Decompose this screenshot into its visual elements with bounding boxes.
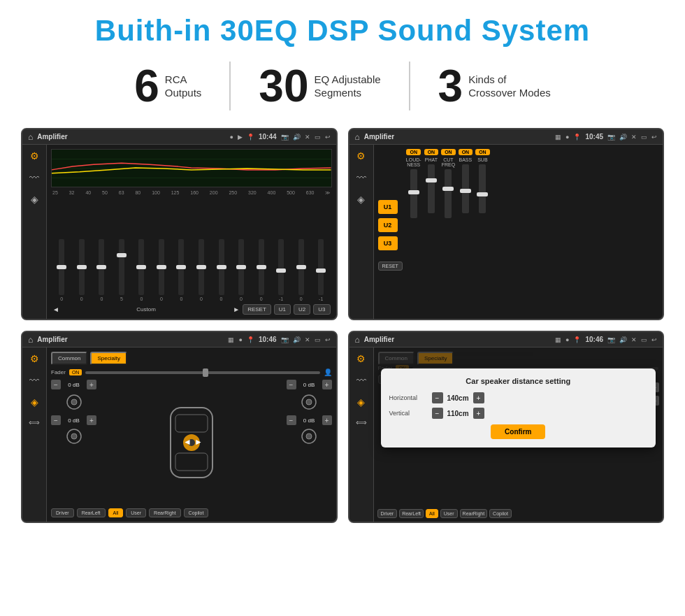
db-plus-bottomright[interactable]: + [322,415,332,425]
dialog-horizontal-plus[interactable]: + [473,392,484,403]
stat-crossover-line1: Kinds of [468,73,551,87]
screen4-copilot-button[interactable]: Copilot [489,509,512,518]
amp-phat-on[interactable]: ON [424,149,439,155]
fader-slider[interactable] [85,371,319,374]
screen2-home-icon[interactable]: ⌂ [355,132,360,142]
amp-presets: U1 U2 U3 RESET [378,149,403,315]
cross-arrows-icon[interactable]: ⟺ [29,418,40,427]
dialog-wave-icon[interactable]: 〰 [356,375,366,386]
amp-bass-on[interactable]: ON [459,149,473,155]
amp-u3-button[interactable]: U3 [378,236,398,250]
cross-tabs: Common Specialty [51,352,332,365]
db-minus-topleft[interactable]: − [51,380,61,389]
amp-loudness-on[interactable]: ON [406,149,421,155]
db-value-bottomleft: 0 dB [63,417,85,424]
cross-rearright-button[interactable]: RearRight [149,508,181,517]
screen3-sidebar: ⚙ 〰 ◈ ⟺ [22,348,47,522]
amp-u1-button[interactable]: U1 [378,200,398,214]
eq-u1-button[interactable]: U1 [274,304,291,315]
eq-reset-button[interactable]: RESET [243,304,271,315]
amp-wave-icon[interactable]: 〰 [356,172,366,183]
db-plus-topright[interactable]: + [322,380,332,389]
screen1-home-icon[interactable]: ⌂ [28,132,33,142]
screen4-tab-specialty: Specialty [417,352,454,365]
page-wrapper: Buith-in 30EQ DSP Sound System 6 RCA Out… [0,0,685,537]
screen4-pin-icon: 📍 [573,336,581,343]
screen4-back-icon[interactable]: ↩ [651,336,657,343]
svg-point-15 [306,399,312,405]
screen4-home-icon[interactable]: ⌂ [355,335,360,345]
screen1-status-bar: ⌂ Amplifier ● ▶ 📍 10:44 📷 🔊 ✕ ▭ ↩ [22,129,336,145]
cross-tab-specialty[interactable]: Specialty [90,352,127,365]
screen3-time: 10:46 [259,336,277,343]
screen4-x-icon[interactable]: ✕ [631,336,637,343]
amp-u2-button[interactable]: U2 [378,218,398,232]
cross-speaker-icon[interactable]: ◈ [31,396,38,408]
db-row-bottomleft: − 0 dB + [51,415,96,425]
stat-rca: 6 RCA Outputs [106,64,229,108]
confirm-button[interactable]: Confirm [491,424,545,439]
eq-next-button[interactable]: ► [233,306,240,313]
screen2-grid-icon: ▦ [555,134,561,141]
screen2-x-icon[interactable]: ✕ [631,134,637,141]
amp-sub-slider[interactable] [479,164,486,213]
screen3-back-icon[interactable]: ↩ [325,336,331,343]
amp-cutfreq-on[interactable]: ON [441,149,456,155]
dialog-speaker-icon[interactable]: ◈ [357,396,365,408]
screen3-dot-icon: ● [238,336,242,343]
dialog-horizontal-minus[interactable]: − [432,392,443,403]
eq-filter-icon[interactable]: ⚙ [30,150,39,162]
cross-copilot-button[interactable]: Copilot [184,508,209,517]
dialog-vertical-value: 110cm [446,410,470,417]
eq-u2-button[interactable]: U2 [294,304,310,315]
db-plus-bottomleft[interactable]: + [87,415,96,425]
cross-rearleft-button[interactable]: RearLeft [77,508,106,517]
screen3-home-icon[interactable]: ⌂ [28,335,33,345]
cross-wave-icon[interactable]: 〰 [29,375,39,386]
screen4-grid-icon: ▦ [555,336,561,343]
fader-on-badge[interactable]: ON [69,369,82,375]
stats-row: 6 RCA Outputs 30 EQ Adjustable Segments … [21,62,664,110]
cross-tab-common[interactable]: Common [51,352,87,365]
amp-sub-on[interactable]: ON [475,149,490,155]
amp-filter-icon[interactable]: ⚙ [356,150,366,162]
screen4-dot-icon: ● [565,336,569,343]
screen1-cam-icon: 📷 [281,134,289,141]
cross-user-button[interactable]: User [126,508,146,517]
eq-prev-button[interactable]: ◄ [52,306,59,313]
amp-reset-button[interactable]: RESET [378,262,403,271]
screen4-rearleft-button[interactable]: RearLeft [399,509,424,518]
screen2-status-bar: ⌂ Amplifier ▦ ● 📍 10:45 📷 🔊 ✕ ▭ ↩ [349,129,663,145]
amp-loudness-slider[interactable] [410,169,417,218]
screen1-x-icon[interactable]: ✕ [305,134,310,141]
db-plus-topleft[interactable]: + [87,380,96,389]
db-minus-bottomright[interactable]: − [287,415,296,425]
screen3-x-icon[interactable]: ✕ [305,336,310,343]
eq-u3-button[interactable]: U3 [313,304,330,315]
db-minus-bottomleft[interactable]: − [51,415,61,425]
cross-filter-icon[interactable]: ⚙ [30,353,39,364]
amp-cutfreq-slider[interactable] [445,169,452,218]
dialog-filter-icon[interactable]: ⚙ [356,353,366,364]
dialog-arrows-icon[interactable]: ⟺ [356,418,367,427]
dialog-vertical-minus[interactable]: − [432,408,443,419]
screen2-back-icon[interactable]: ↩ [651,134,657,141]
screen4-driver-button[interactable]: Driver [377,509,398,518]
screen4-all-button[interactable]: All [426,509,438,518]
eq-wave-icon[interactable]: 〰 [29,172,39,183]
stat-rca-line1: RCA [165,73,202,87]
eq-speaker-icon[interactable]: ◈ [31,194,38,205]
cross-driver-button[interactable]: Driver [51,508,74,517]
screen4-rearright-button[interactable]: RearRight [460,509,488,518]
dialog-vertical-plus[interactable]: + [473,408,484,419]
screen1-vol-icon: 🔊 [293,134,301,141]
cross-all-button[interactable]: All [108,508,124,517]
db-minus-topright[interactable]: − [287,380,296,389]
eq-slider-7: 0 [172,239,191,301]
amp-bass-slider[interactable] [462,164,469,213]
screen1-back-icon[interactable]: ↩ [325,134,331,141]
amp-speaker-icon[interactable]: ◈ [357,194,365,205]
eq-slider-1: 0 [52,239,71,301]
amp-phat-slider[interactable] [428,164,435,213]
screen4-user-button[interactable]: User [440,509,458,518]
